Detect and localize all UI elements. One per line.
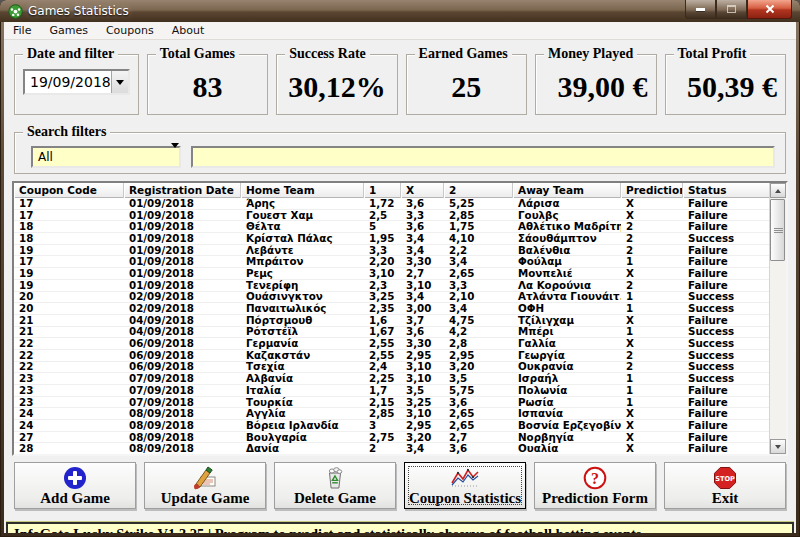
table-row[interactable]: 2408/09/2018Αγγλία2,853,102,65ΙσπανίαXFa… xyxy=(14,408,769,420)
date-filter-group: Date and filter 19/09/2018 xyxy=(14,54,139,115)
minimize-button[interactable] xyxy=(685,0,716,19)
table-row[interactable]: 2408/09/2018Βόρεια Ιρλανδία32,952,65Βοσν… xyxy=(14,420,769,432)
cell-prediction: 1 xyxy=(621,397,683,408)
cell-away-team: Βαλένθια xyxy=(513,245,621,256)
prediction-form-button[interactable]: ?Prediction Form xyxy=(534,462,656,509)
table-row[interactable]: 2206/09/2018Καζακστάν2,552,952,95Γεωργία… xyxy=(14,350,769,362)
cell-home-team: Θέλτα xyxy=(241,221,364,232)
cell-status: Failure xyxy=(683,221,769,232)
table-row[interactable]: 2808/09/2018Δανία23,43,6ΟυαλίαXFailure xyxy=(14,443,769,454)
column-header-prediction[interactable]: Prediction xyxy=(621,183,683,198)
search-filter-dropdown-button[interactable] xyxy=(171,148,179,167)
cell-coupon-code: 24 xyxy=(14,420,124,431)
scroll-up-button[interactable] xyxy=(770,183,786,198)
search-input[interactable] xyxy=(191,146,775,168)
cell-away-team: Ατλάντα Γιουνάιτ... xyxy=(513,291,621,302)
cell-away-team: Νορβηγία xyxy=(513,432,621,443)
earned-games-value: 25 xyxy=(407,55,526,114)
cell-coupon-code: 20 xyxy=(14,303,124,314)
scrollbar-thumb[interactable] xyxy=(770,199,785,261)
coupon-statistics-button[interactable]: Coupon Statistics xyxy=(404,462,526,509)
column-header-home-team[interactable]: Home Team xyxy=(241,183,364,198)
table-row[interactable]: 1701/09/2018Γουεστ Χαμ2,53,32,85ΓουλβςXF… xyxy=(14,210,769,222)
cell-home-team: Γερμανία xyxy=(241,338,364,349)
cell-status: Success xyxy=(683,326,769,337)
column-header-away-team[interactable]: Away Team xyxy=(513,183,621,198)
cell-registration-date: 01/09/2018 xyxy=(124,256,241,267)
column-header-x[interactable]: X xyxy=(401,183,444,198)
earned-games-panel: Earned Games 25 xyxy=(406,54,527,115)
table-row[interactable]: 2307/09/2018Αλβανία2,253,103,5Ισραήλ1Suc… xyxy=(14,373,769,385)
search-filter-combobox[interactable]: All xyxy=(31,146,181,168)
maximize-button[interactable] xyxy=(716,0,747,19)
cell-away-team: Λάρισα xyxy=(513,198,621,209)
column-header-registration-date[interactable]: Registration Date xyxy=(124,183,241,198)
cell-coupon-code: 21 xyxy=(14,315,124,326)
cell-prediction: 2 xyxy=(621,233,683,244)
success-rate-panel: Success Rate 30,12% xyxy=(276,54,397,115)
date-filter-combobox[interactable]: 19/09/2018 xyxy=(23,69,130,95)
column-header-status[interactable]: Status xyxy=(683,183,769,198)
exit-button[interactable]: STOPExit xyxy=(664,462,786,509)
cell-prediction: 1 xyxy=(621,291,683,302)
cell-x: 3,4 xyxy=(401,443,444,454)
table-row[interactable]: 1901/09/2018Τενερίφη2,33,103,3Λα Κορούνι… xyxy=(14,280,769,292)
menu-file[interactable]: File xyxy=(4,23,40,38)
cell-x: 3,30 xyxy=(401,338,444,349)
cell-1: 2,35 xyxy=(364,303,401,314)
close-button[interactable] xyxy=(747,0,792,19)
cell-coupon-code: 24 xyxy=(14,408,124,419)
cell-x: 3,4 xyxy=(401,291,444,302)
column-header-1[interactable]: 1 xyxy=(364,183,401,198)
cell-away-team: Γουλβς xyxy=(513,210,621,221)
cell-2: 4,10 xyxy=(444,233,513,244)
scrollbar-track[interactable] xyxy=(770,198,786,439)
cell-away-team: Ισπανία xyxy=(513,408,621,419)
title-bar[interactable]: Games Statistics xyxy=(0,0,800,22)
table-row[interactable]: 2104/09/2018Ρότστέϊλ1,673,64,2Μπέρι1Succ… xyxy=(14,327,769,339)
cell-away-team: Λα Κορούνια xyxy=(513,280,621,291)
cell-1: 2 xyxy=(364,443,401,454)
table-row[interactable]: 1701/09/2018Μπράιτον2,203,303,4Φούλαμ1Fa… xyxy=(14,256,769,268)
table-row[interactable]: 2206/09/2018Τσεχία2,43,103,20Ουκρανία2Su… xyxy=(14,362,769,374)
date-filter-dropdown-button[interactable] xyxy=(111,71,128,93)
cell-prediction: 2 xyxy=(621,221,683,232)
cell-registration-date: 08/09/2018 xyxy=(124,443,241,454)
menu-coupons[interactable]: Coupons xyxy=(97,23,163,38)
table-row[interactable]: 1801/09/2018Θέλτα53,61,75Αθλέτικο Μαδρίτ… xyxy=(14,221,769,233)
cell-registration-date: 01/09/2018 xyxy=(124,198,241,209)
menu-bar: FileGamesCouponsAbout xyxy=(4,22,796,40)
table-row[interactable]: 1901/09/2018Ρεμς3,102,72,65ΜονπελιέXFail… xyxy=(14,268,769,280)
update-game-button[interactable]: Update Game xyxy=(144,462,266,509)
table-row[interactable]: 2307/09/2018Ιταλία1,73,55,75Πολωνία1Fail… xyxy=(14,385,769,397)
table-row[interactable]: 2708/09/2018Βουλγαρία2,753,202,7Νορβηγία… xyxy=(14,432,769,444)
cell-2: 2,65 xyxy=(444,420,513,431)
cell-1: 2,55 xyxy=(364,338,401,349)
cell-1: 3,25 xyxy=(364,291,401,302)
table-row[interactable]: 2206/09/2018Γερμανία2,553,302,8ΓαλλίαXSu… xyxy=(14,338,769,350)
cell-away-team: ΟΦΗ xyxy=(513,303,621,314)
update-pencil-icon xyxy=(192,466,218,490)
column-header-2[interactable]: 2 xyxy=(444,183,513,198)
cell-home-team: Κρίσταλ Πάλας xyxy=(241,233,364,244)
cell-registration-date: 07/09/2018 xyxy=(124,373,241,384)
cell-2: 2,7 xyxy=(444,432,513,443)
menu-games[interactable]: Games xyxy=(40,23,96,38)
cell-2: 3,4 xyxy=(444,303,513,314)
table-row[interactable]: 1901/09/2018Λεβάντε3,33,42,2Βαλένθια2Fai… xyxy=(14,245,769,257)
table-row[interactable]: 2307/09/2018Τουρκία2,153,253,6Ρωσία1Fail… xyxy=(14,397,769,409)
table-row[interactable]: 2104/09/2018Πόρτσμουθ1,63,74,75Τζίλιγχαμ… xyxy=(14,315,769,327)
table-row[interactable]: 1701/09/2018Άρης1,723,65,25ΛάρισαXFailur… xyxy=(14,198,769,210)
scroll-down-button[interactable] xyxy=(770,439,786,454)
cell-status: Success xyxy=(683,303,769,314)
table-row[interactable]: 2002/09/2018Ουάσινγκτον3,253,42,10Ατλάντ… xyxy=(14,292,769,304)
table-row[interactable]: 2002/09/2018Παναιτωλικός2,353,003,4ΟΦΗ1S… xyxy=(14,303,769,315)
vertical-scrollbar[interactable] xyxy=(769,183,786,454)
add-game-button[interactable]: Add Game xyxy=(14,462,136,509)
delete-game-button[interactable]: Delete Game xyxy=(274,462,396,509)
menu-about[interactable]: About xyxy=(163,23,214,38)
column-header-coupon-code[interactable]: Coupon Code xyxy=(14,183,124,198)
cell-away-team: Ουαλία xyxy=(513,443,621,454)
cell-status: Failure xyxy=(683,210,769,221)
table-row[interactable]: 1801/09/2018Κρίσταλ Πάλας1,953,44,10Σάου… xyxy=(14,233,769,245)
